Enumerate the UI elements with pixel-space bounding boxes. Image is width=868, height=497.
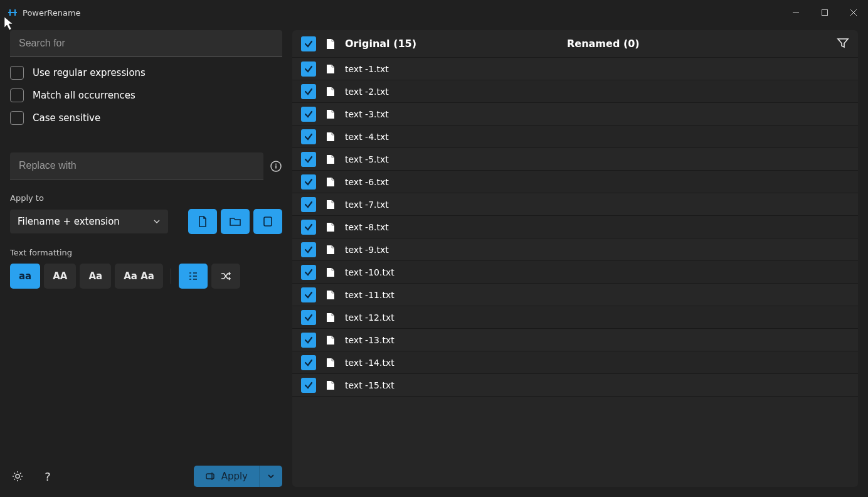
- matchall-checkbox-row[interactable]: Match all occurrences: [10, 88, 282, 102]
- row-checkbox[interactable]: [301, 242, 316, 257]
- regex-checkbox-row[interactable]: Use regular expressions: [10, 66, 282, 80]
- filter-icon: [837, 36, 849, 49]
- capitalize-label: Aa Aa: [124, 270, 154, 282]
- row-checkbox[interactable]: [301, 174, 316, 190]
- apply-to-value: Filename + extension: [18, 216, 120, 227]
- file-row[interactable]: text -3.txt: [292, 103, 858, 126]
- svg-rect-3: [822, 10, 828, 16]
- matchall-label: Match all occurrences: [33, 90, 135, 101]
- file-name: text -10.txt: [345, 267, 394, 277]
- file-name: text -14.txt: [345, 358, 394, 368]
- row-checkbox[interactable]: [301, 355, 316, 370]
- row-checkbox[interactable]: [301, 152, 316, 167]
- renamed-header[interactable]: Renamed (0): [567, 38, 640, 50]
- select-all-checkbox[interactable]: [301, 36, 316, 51]
- apply-button[interactable]: Apply: [194, 466, 259, 487]
- file-row[interactable]: text -8.txt: [292, 216, 858, 238]
- file-row[interactable]: text -2.txt: [292, 80, 858, 103]
- app-icon: [8, 8, 18, 18]
- svg-rect-2: [14, 9, 16, 16]
- settings-button[interactable]: [10, 469, 25, 484]
- file-row[interactable]: text -10.txt: [292, 261, 858, 284]
- case-checkbox-row[interactable]: Case sensitive: [10, 111, 282, 125]
- row-checkbox[interactable]: [301, 333, 316, 348]
- file-name: text -1.txt: [345, 64, 389, 74]
- help-button[interactable]: ?: [40, 469, 55, 484]
- capitalize-button[interactable]: Aa Aa: [115, 264, 163, 289]
- original-header[interactable]: Original (15): [345, 38, 558, 50]
- close-button[interactable]: [839, 0, 868, 25]
- row-checkbox[interactable]: [301, 197, 316, 212]
- svg-rect-6: [275, 165, 277, 168]
- file-icon: [196, 215, 209, 228]
- file-row[interactable]: text -5.txt: [292, 148, 858, 171]
- apply-split-button[interactable]: Apply: [194, 466, 282, 487]
- titlecase-button[interactable]: Aa: [80, 264, 111, 289]
- file-row[interactable]: text -1.txt: [292, 58, 858, 80]
- gear-icon: [11, 470, 24, 483]
- list-header: Original (15) Renamed (0): [292, 30, 858, 58]
- svg-rect-1: [9, 9, 11, 16]
- filter-button[interactable]: [837, 36, 849, 51]
- file-row[interactable]: text -12.txt: [292, 306, 858, 329]
- file-row[interactable]: text -15.txt: [292, 374, 858, 397]
- file-row[interactable]: text -13.txt: [292, 329, 858, 351]
- row-checkbox[interactable]: [301, 129, 316, 144]
- file-icon: [325, 289, 336, 301]
- file-row[interactable]: text -4.txt: [292, 126, 858, 148]
- file-row[interactable]: text -9.txt: [292, 238, 858, 261]
- regex-checkbox[interactable]: [10, 66, 24, 80]
- search-input[interactable]: [10, 30, 282, 57]
- info-icon[interactable]: [270, 160, 282, 173]
- file-row[interactable]: text -11.txt: [292, 284, 858, 306]
- regex-label: Use regular expressions: [33, 67, 146, 78]
- file-icon: [325, 38, 336, 50]
- row-checkbox[interactable]: [301, 84, 316, 99]
- file-name: text -2.txt: [345, 87, 389, 97]
- file-row[interactable]: text -6.txt: [292, 171, 858, 193]
- file-name: text -5.txt: [345, 154, 389, 164]
- lowercase-button[interactable]: aa: [10, 264, 40, 289]
- matchall-checkbox[interactable]: [10, 88, 24, 102]
- subfolder-icon: [262, 215, 274, 228]
- row-checkbox[interactable]: [301, 107, 316, 122]
- enumerate-button[interactable]: [179, 264, 208, 289]
- file-icon: [325, 176, 336, 188]
- apply-to-dropdown[interactable]: Filename + extension: [10, 210, 168, 233]
- file-icon: [325, 312, 336, 323]
- row-checkbox[interactable]: [301, 61, 316, 77]
- file-row[interactable]: text -14.txt: [292, 351, 858, 374]
- row-checkbox[interactable]: [301, 378, 316, 393]
- file-name: text -8.txt: [345, 222, 389, 232]
- file-name: text -15.txt: [345, 380, 394, 390]
- file-name: text -6.txt: [345, 177, 389, 187]
- file-row[interactable]: text -7.txt: [292, 193, 858, 216]
- maximize-button[interactable]: [810, 0, 839, 25]
- lowercase-label: aa: [19, 270, 31, 282]
- rename-icon: [205, 471, 216, 482]
- minimize-button[interactable]: [781, 0, 810, 25]
- file-name: text -13.txt: [345, 335, 394, 345]
- row-checkbox[interactable]: [301, 265, 316, 280]
- apply-dropdown-button[interactable]: [259, 466, 282, 487]
- row-checkbox[interactable]: [301, 220, 316, 235]
- file-icon: [325, 357, 336, 368]
- include-files-button[interactable]: [188, 209, 217, 234]
- chevron-down-icon: [267, 473, 275, 480]
- include-subfolders-button[interactable]: [253, 209, 282, 234]
- file-icon: [325, 131, 336, 142]
- file-icon: [325, 222, 336, 233]
- replace-input[interactable]: [10, 152, 263, 179]
- svg-point-8: [16, 474, 19, 478]
- row-checkbox[interactable]: [301, 287, 316, 302]
- row-checkbox[interactable]: [301, 310, 316, 325]
- uppercase-button[interactable]: AA: [44, 264, 76, 289]
- random-button[interactable]: [211, 264, 240, 289]
- file-name: text -11.txt: [345, 290, 394, 300]
- include-folders-button[interactable]: [221, 209, 250, 234]
- chevron-down-icon: [153, 218, 161, 225]
- enumerate-icon: [188, 270, 199, 282]
- case-checkbox[interactable]: [10, 111, 24, 125]
- file-icon: [325, 199, 336, 210]
- apply-label: Apply: [221, 471, 248, 482]
